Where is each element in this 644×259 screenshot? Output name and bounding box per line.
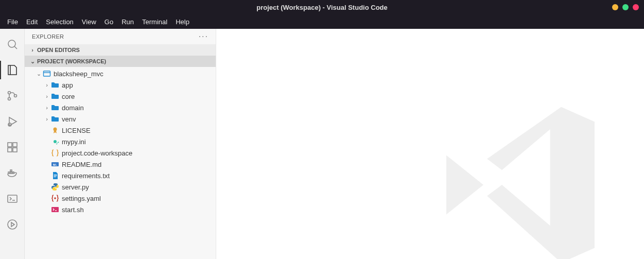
- svg-rect-24: [54, 176, 57, 176]
- tree-label: server.py: [62, 183, 89, 191]
- remote-terminal-icon[interactable]: [0, 187, 25, 210]
- chevron-right-icon: ›: [43, 93, 50, 99]
- tree-file[interactable]: requirements.txt: [25, 170, 216, 181]
- menu-go[interactable]: Go: [100, 18, 117, 26]
- tree-file[interactable]: settings.yaml: [25, 193, 216, 204]
- menu-view[interactable]: View: [78, 18, 100, 26]
- tree-file[interactable]: project.code-workspace: [25, 147, 216, 159]
- live-share-icon[interactable]: [0, 213, 25, 236]
- menu-edit[interactable]: Edit: [22, 18, 42, 26]
- tree-file[interactable]: server.py: [25, 181, 216, 193]
- chevron-right-icon: ›: [43, 105, 50, 111]
- svg-rect-23: [54, 175, 57, 175]
- svg-rect-7: [8, 143, 12, 147]
- open-editors-label: OPEN EDITORS: [37, 47, 80, 53]
- chevron-right-icon: ›: [29, 47, 36, 53]
- vscode-watermark-icon: [428, 92, 613, 259]
- tree-label: app: [62, 81, 73, 89]
- folder-icon: [50, 103, 60, 112]
- text-file-icon: [50, 171, 60, 180]
- explorer-more-icon[interactable]: ···: [199, 32, 208, 41]
- tree-file[interactable]: LICENSE: [25, 125, 216, 136]
- svg-text:M↓: M↓: [53, 163, 57, 166]
- tree-file[interactable]: mypy.ini: [25, 136, 216, 147]
- svg-rect-9: [8, 148, 12, 152]
- menu-run[interactable]: Run: [117, 18, 138, 26]
- tree-label: requirements.txt: [62, 172, 110, 180]
- svg-rect-10: [13, 148, 17, 152]
- tree-folder[interactable]: › app: [25, 79, 216, 91]
- window-title: project (Workspace) - Visual Studio Code: [256, 4, 388, 11]
- tree-label: README.md: [62, 161, 101, 168]
- folder-icon: [50, 92, 60, 100]
- tree-label: venv: [62, 115, 76, 123]
- close-button[interactable]: [633, 4, 639, 10]
- workspace-folder-icon: [42, 70, 51, 78]
- svg-rect-12: [10, 172, 12, 174]
- workspace-label: PROJECT (WORKSPACE): [37, 58, 106, 64]
- svg-rect-19: [44, 71, 50, 76]
- tree-folder-root[interactable]: ⌄ blacksheep_mvc: [25, 68, 216, 79]
- explorer-header: EXPLORER ···: [25, 29, 216, 44]
- svg-marker-18: [11, 222, 14, 227]
- tree-file[interactable]: start.sh: [25, 204, 216, 215]
- svg-rect-11: [8, 172, 10, 174]
- folder-icon: [50, 115, 60, 123]
- run-debug-icon[interactable]: [0, 110, 25, 133]
- svg-point-26: [55, 198, 56, 199]
- editor-area: [216, 29, 644, 259]
- svg-rect-15: [8, 195, 17, 202]
- title-bar: project (Workspace) - Visual Studio Code: [0, 0, 644, 14]
- svg-line-1: [14, 46, 17, 49]
- explorer-title: EXPLORER: [32, 33, 64, 40]
- explorer-sidebar: EXPLORER ··· › OPEN EDITORS ⌄ PROJECT (W…: [25, 29, 216, 259]
- svg-point-0: [8, 40, 15, 47]
- markdown-icon: M↓: [50, 160, 60, 168]
- menu-file[interactable]: File: [3, 18, 22, 26]
- menu-selection[interactable]: Selection: [42, 18, 77, 26]
- svg-point-20: [54, 128, 57, 131]
- svg-point-17: [8, 220, 17, 229]
- file-tree: ⌄ blacksheep_mvc › app › core › domain: [25, 67, 216, 215]
- tree-folder[interactable]: › venv: [25, 113, 216, 125]
- menu-bar: File Edit Selection View Go Run Terminal…: [0, 14, 644, 29]
- explorer-icon[interactable]: [0, 59, 25, 81]
- activity-bar: [0, 29, 25, 259]
- folder-icon: [50, 81, 60, 89]
- search-icon[interactable]: [0, 33, 25, 56]
- gear-icon: [50, 137, 60, 146]
- minimize-button[interactable]: [612, 4, 618, 10]
- svg-point-4: [14, 95, 16, 97]
- source-control-icon[interactable]: [0, 84, 25, 107]
- svg-point-3: [8, 98, 10, 100]
- tree-label: blacksheep_mvc: [54, 70, 103, 78]
- tree-label: start.sh: [62, 206, 84, 214]
- tree-label: core: [62, 93, 75, 100]
- chevron-down-icon: ⌄: [35, 71, 42, 77]
- svg-rect-8: [13, 143, 17, 147]
- maximize-button[interactable]: [622, 4, 629, 10]
- tree-label: domain: [62, 104, 84, 112]
- tree-file[interactable]: M↓ README.md: [25, 159, 216, 170]
- extensions-icon[interactable]: [0, 136, 25, 159]
- menu-terminal[interactable]: Terminal: [138, 18, 171, 26]
- tree-label: settings.yaml: [62, 195, 101, 202]
- tree-label: LICENSE: [62, 127, 91, 134]
- open-editors-section[interactable]: › OPEN EDITORS: [25, 44, 216, 56]
- certificate-icon: [50, 126, 60, 134]
- svg-point-2: [8, 92, 10, 94]
- tree-label: mypy.ini: [62, 138, 86, 146]
- chevron-right-icon: ›: [43, 82, 50, 88]
- menu-help[interactable]: Help: [171, 18, 194, 26]
- tree-label: project.code-workspace: [62, 149, 132, 157]
- braces-icon: [50, 149, 60, 157]
- chevron-right-icon: ›: [43, 116, 50, 122]
- braces-icon: [50, 194, 60, 202]
- docker-icon[interactable]: [0, 162, 25, 184]
- tree-folder[interactable]: › domain: [25, 102, 216, 113]
- chevron-down-icon: ⌄: [29, 58, 36, 65]
- svg-rect-25: [54, 177, 56, 177]
- tree-folder[interactable]: › core: [25, 91, 216, 102]
- workspace-section[interactable]: ⌄ PROJECT (WORKSPACE): [25, 56, 216, 67]
- python-icon: [50, 183, 60, 191]
